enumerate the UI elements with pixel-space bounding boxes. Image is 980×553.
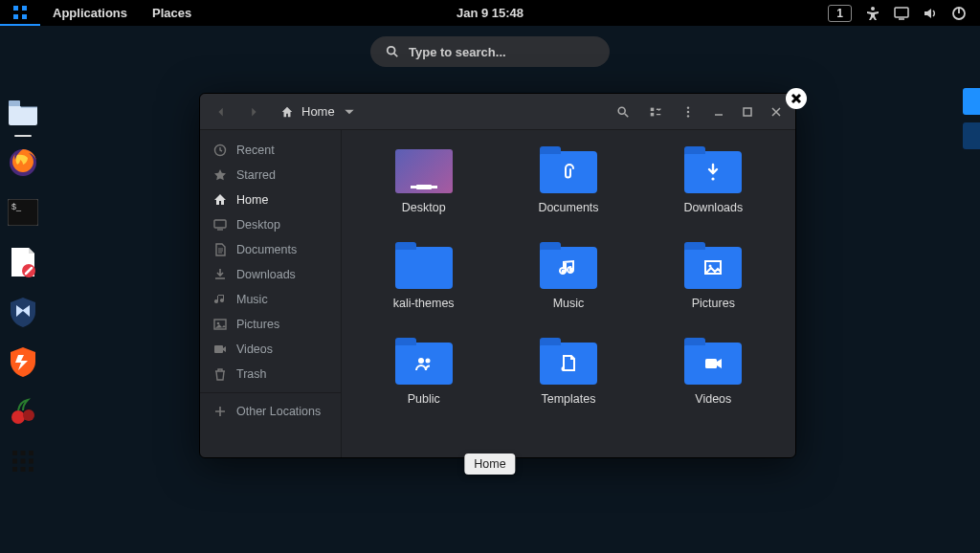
svg-rect-0 (13, 6, 18, 11)
folder-videos[interactable]: Videos (641, 339, 786, 434)
svg-point-14 (23, 409, 34, 421)
sidebar-item-starred[interactable]: Starred (200, 163, 341, 188)
dash-dock: $_ (0, 96, 46, 478)
folder-public[interactable]: Public (351, 339, 496, 434)
folder-music[interactable]: Music (496, 243, 640, 339)
top-bar: Applications Places Jan 9 15:48 1 (0, 0, 980, 26)
svg-rect-32 (214, 220, 226, 228)
applications-label: Applications (53, 6, 127, 20)
svg-rect-15 (12, 451, 17, 455)
folder-icon (684, 151, 742, 193)
svg-rect-3 (22, 14, 27, 19)
svg-rect-26 (651, 112, 655, 116)
folder-desktop[interactable]: Desktop (351, 147, 496, 243)
svg-rect-16 (21, 451, 26, 455)
svg-point-38 (569, 268, 574, 273)
accessibility-icon[interactable] (865, 6, 880, 21)
sidebar-item-downloads[interactable]: Downloads (200, 262, 341, 287)
dock-cherrytree[interactable] (6, 394, 40, 429)
window-close[interactable] (765, 100, 788, 123)
activities-button[interactable] (0, 0, 40, 26)
search-icon (386, 45, 399, 58)
svg-point-29 (687, 115, 689, 117)
folder-label: Public (408, 392, 440, 406)
svg-rect-5 (895, 8, 908, 17)
nav-back-button[interactable] (208, 99, 234, 125)
svg-point-37 (562, 270, 567, 275)
overview-close-window[interactable] (786, 88, 807, 109)
files-headerbar: Home (200, 94, 795, 130)
power-icon[interactable] (951, 6, 967, 21)
files-icon-view[interactable]: DesktopDocumentsDownloadskali-themesMusi… (342, 130, 795, 457)
dock-burp[interactable] (6, 344, 40, 379)
volume-icon[interactable] (923, 6, 938, 21)
folder-label: kali-themes (393, 297, 455, 310)
clock[interactable]: Jan 9 15:48 (457, 6, 523, 20)
dock-firefox[interactable] (6, 145, 40, 180)
svg-text:$_: $_ (11, 202, 22, 211)
sidebar-item-videos[interactable]: Videos (200, 337, 341, 362)
files-sidebar: RecentStarredHomeDesktopDocumentsDownloa… (200, 130, 342, 457)
svg-point-7 (388, 47, 395, 55)
places-label: Places (152, 6, 191, 20)
sidebar-item-music[interactable]: Music (200, 287, 341, 312)
close-icon (791, 93, 802, 104)
hamburger-menu-button[interactable] (675, 99, 702, 125)
workspace-thumb-2[interactable] (963, 122, 980, 149)
dock-metasploit[interactable] (6, 295, 40, 329)
workspace-thumb-1[interactable] (963, 88, 980, 115)
search-placeholder: Type to search... (409, 45, 506, 59)
folder-documents[interactable]: Documents (496, 147, 640, 243)
sidebar-item-trash[interactable]: Trash (200, 362, 341, 387)
svg-rect-2 (13, 14, 18, 19)
view-options-button[interactable] (642, 99, 669, 125)
topbar-right: 1 (828, 5, 980, 22)
search-button[interactable] (610, 99, 636, 125)
svg-rect-17 (29, 451, 33, 455)
svg-rect-22 (21, 467, 26, 472)
folder-icon (395, 247, 453, 289)
sidebar-item-pictures[interactable]: Pictures (200, 312, 341, 337)
folder-pictures[interactable]: Pictures (641, 243, 786, 339)
applications-menu[interactable]: Applications (40, 0, 140, 26)
sidebar-item-recent[interactable]: Recent (200, 138, 341, 163)
window-maximize[interactable] (736, 100, 759, 123)
folder-templates[interactable]: Templates (496, 339, 640, 434)
folder-label: Pictures (692, 297, 735, 310)
folder-downloads[interactable]: Downloads (641, 147, 786, 243)
svg-rect-21 (12, 467, 17, 472)
sidebar-item-home[interactable]: Home (200, 188, 341, 212)
dock-files[interactable] (6, 96, 40, 130)
svg-rect-20 (29, 459, 33, 464)
window-minimize[interactable] (707, 100, 730, 123)
dock-apps-grid[interactable] (6, 444, 40, 478)
overview-search[interactable]: Type to search... (370, 36, 610, 67)
display-icon[interactable] (894, 6, 909, 21)
folder-kali-themes[interactable]: kali-themes (351, 243, 496, 339)
sidebar-item-desktop[interactable]: Desktop (200, 212, 341, 237)
dock-text-editor[interactable] (6, 245, 40, 279)
grid-icon (12, 5, 28, 20)
window-title-tooltip: Home (464, 453, 515, 475)
folder-icon (684, 343, 742, 385)
pathbar-home[interactable]: Home (273, 99, 364, 125)
sidebar-other-locations[interactable]: Other Locations (200, 399, 341, 424)
svg-rect-25 (651, 107, 655, 111)
folder-icon (684, 247, 742, 289)
svg-point-42 (425, 359, 430, 364)
folder-icon (540, 343, 597, 385)
nav-forward-button[interactable] (240, 99, 267, 125)
folder-icon (395, 343, 453, 385)
desktop-thumbnail-icon (395, 149, 453, 193)
sidebar-item-documents[interactable]: Documents (200, 237, 341, 262)
svg-rect-1 (22, 6, 27, 11)
svg-rect-43 (705, 359, 717, 368)
dock-terminal[interactable]: $_ (6, 195, 40, 230)
svg-point-41 (418, 358, 424, 364)
svg-point-34 (217, 322, 220, 325)
folder-icon (540, 247, 597, 289)
svg-rect-30 (744, 108, 751, 116)
folder-label: Videos (695, 392, 731, 406)
workspace-indicator[interactable]: 1 (828, 5, 852, 22)
places-menu[interactable]: Places (140, 0, 204, 26)
